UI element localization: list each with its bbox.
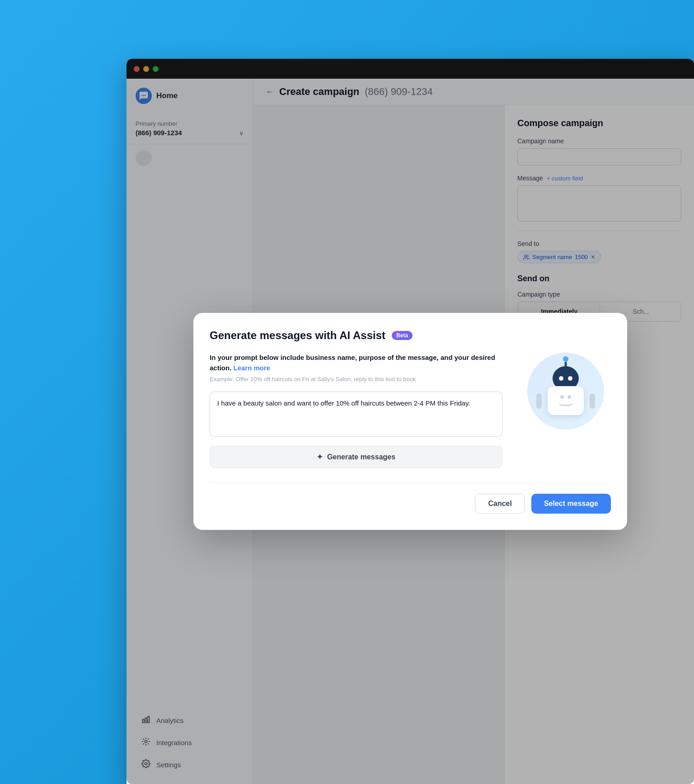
prompt-textarea[interactable]: I have a beauty salon and want to offer … xyxy=(210,392,502,437)
modal-header: Generate messages with AI Assist Beta xyxy=(210,329,611,342)
modal-overlay: Generate messages with AI Assist Beta In… xyxy=(127,59,694,784)
learn-more-link[interactable]: Learn more xyxy=(234,364,271,372)
modal-footer: Cancel Select message xyxy=(210,482,611,514)
beta-badge: Beta xyxy=(392,331,413,340)
modal-description: In your prompt below include business na… xyxy=(210,353,502,373)
robot-body-eyes xyxy=(560,395,571,399)
robot-mouth xyxy=(559,402,572,406)
robot-illustration xyxy=(527,353,604,430)
robot-body xyxy=(548,386,584,415)
ai-assist-modal: Generate messages with AI Assist Beta In… xyxy=(193,313,627,530)
robot-eyes xyxy=(559,376,572,381)
robot-body-left-eye xyxy=(560,395,564,399)
cancel-button[interactable]: Cancel xyxy=(475,494,525,514)
robot-antenna-tip xyxy=(563,356,568,362)
modal-right xyxy=(520,353,611,430)
robot-body-right-eye xyxy=(567,395,571,399)
app-window: Home Primary number (866) 909-1234 ∨ xyxy=(127,59,694,784)
generate-btn-label: Generate messages xyxy=(327,453,395,461)
modal-title: Generate messages with AI Assist xyxy=(210,329,385,342)
robot-right-eye xyxy=(568,376,572,381)
description-text-1: In your prompt below include business na… xyxy=(210,354,453,361)
robot-left-eye xyxy=(559,376,563,381)
robot-right-arm xyxy=(590,393,595,409)
modal-left: In your prompt below include business na… xyxy=(210,353,502,468)
example-text: Example: Offer 10% off haircuts on Fri a… xyxy=(210,376,502,383)
modal-body: In your prompt below include business na… xyxy=(210,353,611,468)
robot-left-arm xyxy=(536,393,542,409)
generate-icon: ✦ xyxy=(317,453,323,461)
robot-figure xyxy=(541,366,591,416)
generate-messages-button[interactable]: ✦ Generate messages xyxy=(210,446,502,468)
select-message-button[interactable]: Select message xyxy=(531,494,611,514)
